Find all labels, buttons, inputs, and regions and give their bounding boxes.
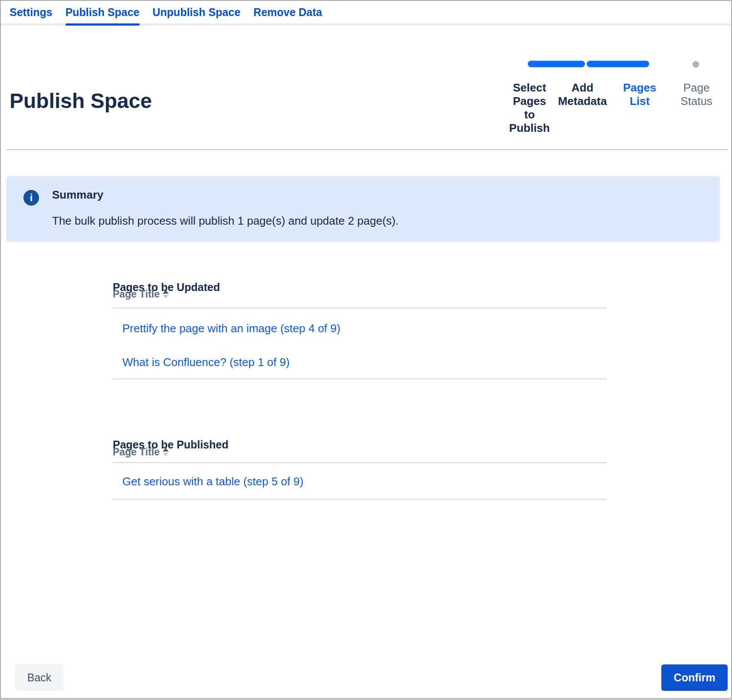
header-divider: [6, 149, 728, 150]
page-link-prettify-the-page[interactable]: Prettify the page with an image (step 4 …: [122, 322, 340, 335]
progress-bar-segment-1: [528, 61, 585, 67]
sort-icon: [163, 290, 169, 298]
page-link-get-serious-with-a-table[interactable]: Get serious with a table (step 5 of 9): [122, 475, 304, 488]
published-page-title-column-header[interactable]: Page Title: [113, 446, 169, 458]
info-icon: i: [23, 190, 39, 206]
page-title: Publish Space: [10, 88, 152, 114]
step-add-metadata: Add Metadata: [554, 81, 611, 135]
updated-column-header-label: Page Title: [113, 288, 160, 300]
step-select-pages-to-publish: Select Pages to Publish: [507, 81, 552, 135]
tab-unpublish-space[interactable]: Unpublish Space: [153, 5, 241, 19]
updated-table-header-border: [113, 307, 607, 309]
tab-remove-data[interactable]: Remove Data: [253, 5, 322, 19]
upcoming-step-dot: [693, 61, 699, 68]
published-table-header-border: [113, 462, 607, 463]
wizard-stepper: Select Pages to Publish Add Metadata Pag…: [507, 81, 725, 135]
step-pages-list: Pages List: [613, 81, 667, 135]
admin-tabbar: Settings Publish Space Unpublish Space R…: [10, 5, 322, 19]
step-page-status: Page Status: [668, 81, 725, 135]
updated-table-bottom-border: [113, 378, 607, 379]
tab-settings[interactable]: Settings: [10, 5, 52, 19]
tab-publish-space[interactable]: Publish Space: [65, 5, 140, 19]
published-column-header-label: Page Title: [113, 446, 160, 458]
sort-icon: [163, 448, 169, 456]
summary-banner: i Summary The bulk publish process will …: [6, 176, 720, 242]
updated-page-title-column-header[interactable]: Page Title: [113, 288, 169, 300]
publish-space-admin-page: Settings Publish Space Unpublish Space R…: [0, 0, 732, 700]
confirm-button[interactable]: Confirm: [661, 664, 728, 691]
summary-banner-message: The bulk publish process will publish 1 …: [52, 214, 399, 228]
published-table-bottom-border: [113, 499, 607, 500]
progress-bar-segment-2: [587, 61, 649, 67]
back-button[interactable]: Back: [15, 664, 64, 691]
page-link-what-is-confluence[interactable]: What is Confluence? (step 1 of 9): [122, 356, 290, 369]
summary-banner-title: Summary: [52, 188, 104, 202]
